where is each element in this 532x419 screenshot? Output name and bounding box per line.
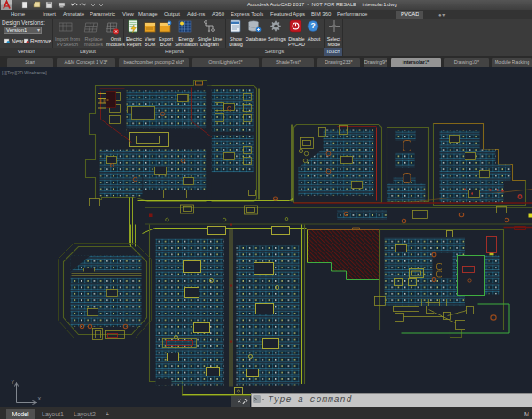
svg-text:[-][Top][2D Wireframe]: [-][Top][2D Wireframe]: [2, 70, 47, 75]
svg-text:?: ?: [310, 21, 315, 30]
svg-text:X: X: [38, 396, 42, 401]
svg-text:Y: Y: [12, 379, 15, 384]
